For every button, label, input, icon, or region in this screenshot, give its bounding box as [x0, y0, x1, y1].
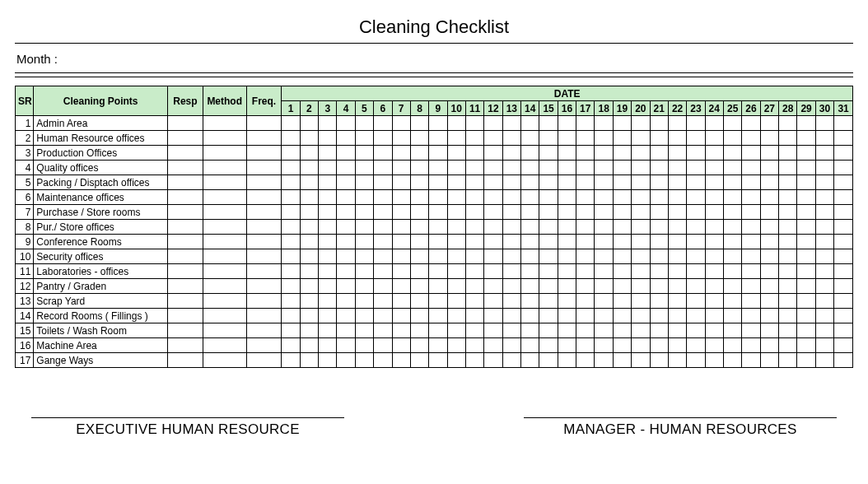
cell-day[interactable] — [613, 205, 631, 220]
cell-day[interactable] — [410, 161, 428, 175]
cell-day[interactable] — [760, 146, 778, 161]
cell-day[interactable] — [705, 323, 723, 338]
cell-day[interactable] — [797, 205, 815, 220]
cell-day[interactable] — [779, 249, 797, 264]
cell-day[interactable] — [760, 309, 778, 323]
cell-day[interactable] — [815, 309, 833, 323]
cell-day[interactable] — [300, 116, 318, 131]
cell-day[interactable] — [355, 294, 373, 309]
cell-day[interactable] — [705, 353, 723, 368]
cell-day[interactable] — [613, 309, 631, 323]
cell-day[interactable] — [705, 175, 723, 190]
cell-day[interactable] — [484, 175, 502, 190]
cell-day[interactable] — [502, 323, 520, 338]
cell-day[interactable] — [484, 161, 502, 175]
cell-freq[interactable] — [246, 338, 282, 353]
cell-day[interactable] — [502, 294, 520, 309]
cell-day[interactable] — [447, 205, 465, 220]
cell-day[interactable] — [779, 131, 797, 146]
cell-day[interactable] — [779, 294, 797, 309]
cell-day[interactable] — [650, 220, 668, 235]
cell-freq[interactable] — [246, 131, 282, 146]
cell-day[interactable] — [539, 161, 558, 175]
cell-day[interactable] — [650, 131, 668, 146]
cell-day[interactable] — [797, 338, 815, 353]
cell-day[interactable] — [595, 264, 613, 279]
cell-day[interactable] — [355, 323, 373, 338]
cell-day[interactable] — [539, 190, 558, 205]
cell-day[interactable] — [319, 353, 337, 368]
cell-day[interactable] — [576, 131, 595, 146]
cell-day[interactable] — [705, 264, 723, 279]
cell-day[interactable] — [337, 175, 355, 190]
cell-day[interactable] — [742, 235, 760, 249]
cell-day[interactable] — [650, 175, 668, 190]
cell-day[interactable] — [595, 249, 613, 264]
cell-day[interactable] — [723, 205, 741, 220]
cell-day[interactable] — [337, 309, 355, 323]
cell-day[interactable] — [650, 146, 668, 161]
cell-day[interactable] — [447, 249, 465, 264]
cell-day[interactable] — [576, 323, 595, 338]
cell-day[interactable] — [705, 249, 723, 264]
cell-day[interactable] — [558, 249, 576, 264]
cell-day[interactable] — [337, 131, 355, 146]
cell-day[interactable] — [337, 205, 355, 220]
cell-day[interactable] — [723, 116, 741, 131]
cell-day[interactable] — [595, 279, 613, 294]
cell-method[interactable] — [203, 264, 246, 279]
cell-day[interactable] — [300, 220, 318, 235]
cell-day[interactable] — [834, 220, 853, 235]
cell-day[interactable] — [484, 116, 502, 131]
cell-freq[interactable] — [246, 309, 282, 323]
cell-day[interactable] — [447, 161, 465, 175]
cell-day[interactable] — [779, 161, 797, 175]
cell-day[interactable] — [484, 220, 502, 235]
cell-day[interactable] — [650, 294, 668, 309]
cell-day[interactable] — [613, 338, 631, 353]
cell-day[interactable] — [760, 190, 778, 205]
cell-day[interactable] — [558, 161, 576, 175]
cell-day[interactable] — [337, 220, 355, 235]
cell-method[interactable] — [203, 116, 246, 131]
cell-day[interactable] — [465, 279, 483, 294]
cell-day[interactable] — [687, 249, 705, 264]
cell-day[interactable] — [465, 146, 483, 161]
cell-freq[interactable] — [246, 249, 282, 264]
cell-day[interactable] — [742, 323, 760, 338]
cell-day[interactable] — [429, 190, 447, 205]
cell-method[interactable] — [203, 146, 246, 161]
cell-day[interactable] — [465, 205, 483, 220]
cell-day[interactable] — [282, 161, 300, 175]
cell-day[interactable] — [742, 190, 760, 205]
cell-freq[interactable] — [246, 264, 282, 279]
cell-day[interactable] — [595, 309, 613, 323]
cell-day[interactable] — [613, 235, 631, 249]
cell-method[interactable] — [203, 294, 246, 309]
cell-day[interactable] — [447, 309, 465, 323]
cell-day[interactable] — [834, 175, 853, 190]
cell-day[interactable] — [392, 161, 410, 175]
cell-day[interactable] — [595, 116, 613, 131]
cell-day[interactable] — [760, 235, 778, 249]
cell-day[interactable] — [447, 235, 465, 249]
cell-day[interactable] — [300, 353, 318, 368]
cell-day[interactable] — [797, 323, 815, 338]
cell-day[interactable] — [319, 338, 337, 353]
cell-day[interactable] — [392, 146, 410, 161]
cell-day[interactable] — [374, 146, 392, 161]
cell-day[interactable] — [668, 338, 686, 353]
cell-day[interactable] — [632, 190, 650, 205]
cell-day[interactable] — [576, 279, 595, 294]
cell-day[interactable] — [374, 205, 392, 220]
cell-day[interactable] — [300, 249, 318, 264]
cell-day[interactable] — [447, 146, 465, 161]
cell-day[interactable] — [687, 146, 705, 161]
cell-day[interactable] — [576, 220, 595, 235]
cell-day[interactable] — [779, 190, 797, 205]
cell-day[interactable] — [779, 175, 797, 190]
cell-day[interactable] — [429, 294, 447, 309]
cell-day[interactable] — [779, 146, 797, 161]
cell-day[interactable] — [502, 249, 520, 264]
cell-day[interactable] — [668, 131, 686, 146]
